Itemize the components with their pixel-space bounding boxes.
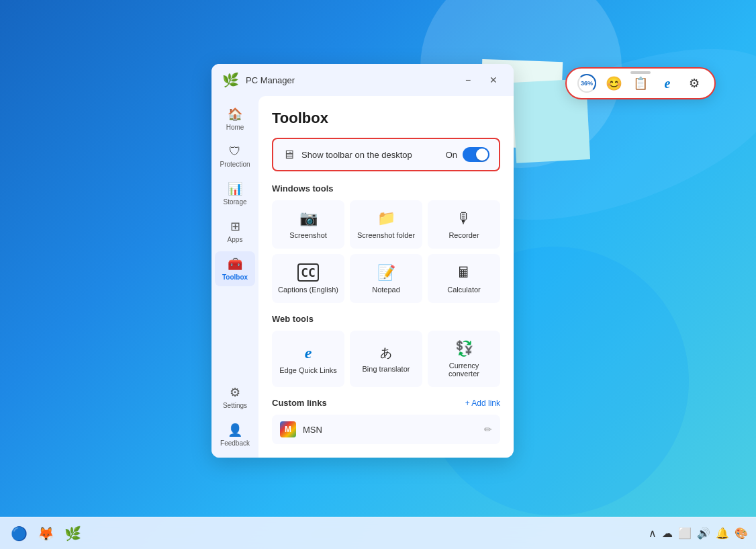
toolbar-toggle-left: 🖥 Show toolbar on the desktop bbox=[283, 148, 412, 162]
sidebar-item-home[interactable]: 🏠 Home bbox=[215, 101, 255, 136]
notepad-label: Notepad bbox=[372, 286, 400, 294]
feedback-icon: 👤 bbox=[228, 423, 242, 437]
minimize-button[interactable]: − bbox=[459, 71, 477, 89]
add-link-button[interactable]: + Add link bbox=[465, 398, 500, 408]
edge-quick-links-icon: e bbox=[305, 344, 312, 362]
home-icon: 🏠 bbox=[228, 107, 242, 122]
protection-icon: 🛡 bbox=[229, 144, 241, 159]
sidebar-label-settings: Settings bbox=[223, 402, 247, 409]
calculator-label: Calculator bbox=[447, 286, 481, 294]
toolbar-edge-icon[interactable]: e bbox=[658, 74, 677, 93]
toolbar-drag-handle[interactable] bbox=[630, 71, 651, 74]
sidebar-item-settings[interactable]: ⚙ Settings bbox=[215, 380, 255, 415]
toolbar-notes-icon[interactable]: 📋 bbox=[631, 74, 650, 93]
windows-tools-grid: 📷 Screenshot 📁 Screenshot folder 🎙 Recor… bbox=[272, 200, 500, 303]
taskbar-colorful-icon[interactable]: 🎨 bbox=[735, 527, 748, 540]
taskbar-chevron-icon[interactable]: ∧ bbox=[649, 527, 657, 540]
tool-notepad[interactable]: 📝 Notepad bbox=[350, 254, 422, 303]
screenshot-icon: 📷 bbox=[299, 210, 318, 227]
battery-circle: 36% bbox=[577, 74, 596, 93]
tool-captions[interactable]: CC Captions (English) bbox=[272, 254, 344, 303]
taskbar-network-icon[interactable]: ☁ bbox=[662, 527, 673, 540]
toolbar-emoji-icon[interactable]: 😊 bbox=[604, 74, 623, 93]
settings-icon: ⚙ bbox=[230, 385, 240, 400]
sidebar-label-feedback: Feedback bbox=[220, 439, 250, 447]
windows-tools-heading: Windows tools bbox=[272, 183, 500, 194]
taskbar-chrome-icon[interactable]: 🔵 bbox=[8, 523, 30, 544]
msn-left: M MSN bbox=[280, 421, 322, 437]
right-panel: Toolbox 🖥 Show toolbar on the desktop On… bbox=[258, 96, 514, 458]
recorder-label: Recorder bbox=[448, 231, 479, 239]
taskbar-left: 🔵 🦊 🌿 bbox=[8, 523, 83, 544]
sidebar-item-storage[interactable]: 📊 Storage bbox=[215, 176, 255, 211]
tool-screenshot-folder[interactable]: 📁 Screenshot folder bbox=[350, 200, 422, 249]
toggle-knob bbox=[476, 149, 488, 161]
toolbar-toggle-icon: 🖥 bbox=[283, 148, 295, 162]
taskbar-bell-icon[interactable]: 🔔 bbox=[716, 527, 729, 540]
toolbar-toggle-switch[interactable] bbox=[463, 147, 489, 162]
edit-icon[interactable]: ✏ bbox=[484, 424, 492, 435]
tool-currency-converter[interactable]: 💱 Currency converter bbox=[428, 331, 500, 387]
bing-translator-icon: あ bbox=[380, 345, 392, 361]
sidebar-label-storage: Storage bbox=[223, 198, 246, 206]
screenshot-folder-label: Screenshot folder bbox=[357, 231, 415, 239]
toolbar-gear-icon[interactable]: ⚙ bbox=[685, 74, 704, 93]
toolbar-battery: 36% bbox=[577, 74, 596, 93]
msn-logo: M bbox=[280, 421, 296, 437]
floating-toolbar: 36% 😊 📋 e ⚙ bbox=[565, 67, 716, 99]
screenshot-folder-icon: 📁 bbox=[377, 210, 395, 227]
custom-links-header: Custom links + Add link bbox=[272, 398, 500, 408]
sidebar: 🏠 Home 🛡 Protection 📊 Storage ⊞ Apps 🧰 T… bbox=[211, 96, 258, 458]
apps-icon: ⊞ bbox=[230, 219, 240, 234]
window-title: PC Manager bbox=[246, 75, 295, 85]
title-bar: 🌿 PC Manager − ✕ bbox=[211, 64, 514, 96]
battery-arc bbox=[577, 74, 596, 93]
recorder-icon: 🎙 bbox=[457, 210, 471, 227]
msn-row: M MSN ✏ bbox=[272, 415, 500, 444]
notepad-icon: 📝 bbox=[377, 264, 395, 282]
pc-manager-window: 🌿 PC Manager − ✕ 🏠 Home 🛡 Protection 📊 S… bbox=[211, 64, 514, 458]
msn-name: MSN bbox=[303, 425, 322, 435]
taskbar-firefox-icon[interactable]: 🦊 bbox=[35, 523, 56, 544]
captions-label: Captions (English) bbox=[278, 286, 338, 294]
sidebar-label-protection: Protection bbox=[220, 161, 250, 168]
title-left: 🌿 PC Manager bbox=[222, 72, 295, 88]
captions-icon: CC bbox=[297, 263, 319, 282]
tool-edge-quick-links[interactable]: e Edge Quick Links bbox=[272, 331, 344, 387]
taskbar-right: ∧ ☁ ⬜ 🔊 🔔 🎨 bbox=[649, 527, 748, 540]
toolbar-toggle-right: On bbox=[446, 147, 489, 162]
currency-converter-label: Currency converter bbox=[433, 362, 495, 378]
title-controls: − ✕ bbox=[459, 71, 503, 89]
custom-links-title: Custom links bbox=[272, 398, 327, 408]
toolbar-toggle-label: Show toolbar on the desktop bbox=[301, 150, 412, 160]
web-tools-grid: e Edge Quick Links あ Bing translator 💱 C… bbox=[272, 331, 500, 387]
storage-icon: 📊 bbox=[228, 181, 242, 196]
toggle-state-label: On bbox=[446, 150, 457, 160]
tool-screenshot[interactable]: 📷 Screenshot bbox=[272, 200, 344, 249]
sidebar-label-toolbox: Toolbox bbox=[222, 273, 248, 281]
sidebar-label-apps: Apps bbox=[228, 236, 243, 243]
sidebar-item-apps[interactable]: ⊞ Apps bbox=[215, 214, 255, 249]
pc-manager-logo: 🌿 bbox=[222, 72, 239, 88]
sidebar-item-toolbox[interactable]: 🧰 Toolbox bbox=[215, 251, 255, 286]
bing-translator-label: Bing translator bbox=[363, 365, 410, 373]
taskbar: 🔵 🦊 🌿 ∧ ☁ ⬜ 🔊 🔔 🎨 bbox=[0, 517, 756, 549]
sidebar-item-feedback[interactable]: 👤 Feedback bbox=[215, 417, 255, 452]
close-button[interactable]: ✕ bbox=[484, 71, 503, 89]
main-content: 🏠 Home 🛡 Protection 📊 Storage ⊞ Apps 🧰 T… bbox=[211, 96, 514, 458]
taskbar-volume-icon[interactable]: 🔊 bbox=[697, 527, 710, 540]
tool-bing-translator[interactable]: あ Bing translator bbox=[350, 331, 422, 387]
tool-recorder[interactable]: 🎙 Recorder bbox=[428, 200, 500, 249]
taskbar-pcmanager-icon[interactable]: 🌿 bbox=[62, 523, 83, 544]
toolbox-icon: 🧰 bbox=[228, 257, 242, 271]
calculator-icon: 🖩 bbox=[457, 264, 471, 282]
edge-quick-links-label: Edge Quick Links bbox=[279, 366, 337, 374]
panel-title: Toolbox bbox=[272, 110, 500, 127]
toolbar-toggle-row: 🖥 Show toolbar on the desktop On bbox=[272, 138, 500, 171]
sidebar-item-protection[interactable]: 🛡 Protection bbox=[215, 139, 255, 173]
tool-calculator[interactable]: 🖩 Calculator bbox=[428, 254, 500, 303]
sidebar-label-home: Home bbox=[226, 124, 244, 131]
screenshot-label: Screenshot bbox=[289, 231, 327, 239]
taskbar-display-icon[interactable]: ⬜ bbox=[678, 527, 692, 540]
web-tools-heading: Web tools bbox=[272, 314, 500, 324]
